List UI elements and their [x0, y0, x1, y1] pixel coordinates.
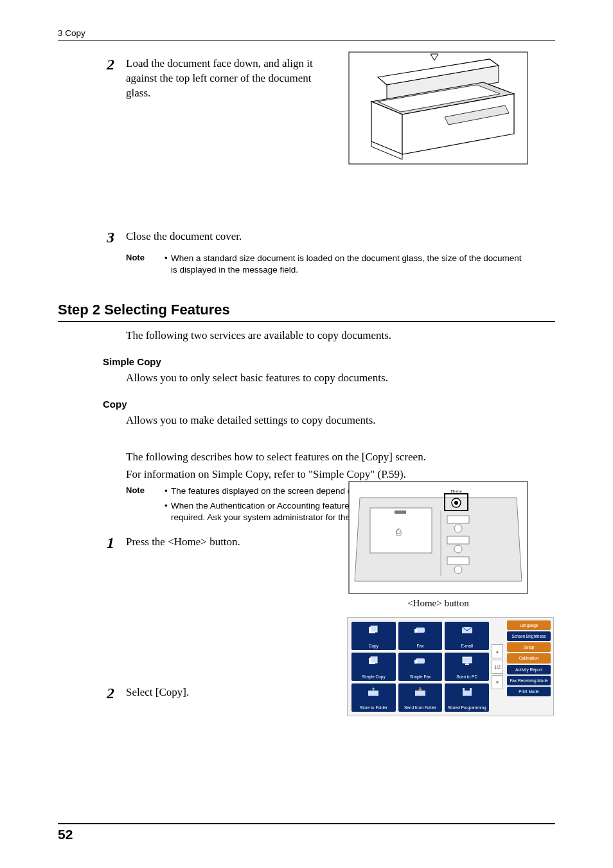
step-text-select-copy: Select [Copy].: [126, 685, 332, 700]
simple-copy-icon: [368, 656, 379, 665]
svg-point-24: [454, 566, 462, 574]
svg-rect-25: [395, 511, 406, 514]
folder-out-icon: [414, 687, 426, 696]
folder-in-icon: [368, 687, 379, 696]
step-number-2a: 2: [107, 57, 123, 72]
side-print-mode[interactable]: Print Mode: [507, 687, 551, 696]
svg-rect-33: [416, 658, 425, 664]
svg-point-15: [454, 501, 458, 505]
tile-stored-programming[interactable]: Stored Programming: [445, 683, 489, 712]
simple-copy-para: Allows you to only select basic features…: [126, 371, 555, 386]
side-fax-receiving-mode[interactable]: Fax Receiving Mode: [507, 676, 551, 685]
tile-send-from-folder[interactable]: Send from Folder: [398, 683, 443, 712]
heading-selecting-features: Step 2 Selecting Features: [58, 302, 555, 318]
svg-text:Home: Home: [450, 489, 461, 494]
email-icon: [461, 626, 473, 635]
note-label-1: Note: [126, 253, 162, 262]
side-activity-report[interactable]: Activity Report: [507, 665, 551, 674]
page-number: 52: [58, 827, 73, 842]
tile-copy[interactable]: Copy: [351, 622, 396, 650]
tile-simple-fax[interactable]: Simple Fax: [398, 653, 443, 681]
side-calibration[interactable]: Calibration: [507, 653, 551, 663]
tile-simple-copy[interactable]: Simple Copy: [351, 653, 396, 681]
tile-fax[interactable]: Fax: [398, 622, 443, 650]
svg-rect-42: [465, 688, 470, 691]
home-screen-illustration: Copy Fax E-mail Simple Copy Simple Fax: [347, 617, 554, 716]
subheading-simple-copy: Simple Copy: [103, 356, 555, 367]
svg-rect-37: [368, 691, 378, 696]
svg-rect-36: [465, 664, 469, 665]
control-panel-illustration: ⎙ Home: [348, 481, 528, 594]
footer-rule: [58, 823, 555, 824]
copy-para: Allows you to make detailed settings to …: [126, 413, 555, 428]
scroll-up-button[interactable]: ▲: [492, 644, 503, 658]
svg-rect-35: [463, 657, 472, 663]
svg-rect-39: [415, 691, 425, 696]
intro-para: The following two services are available…: [126, 329, 555, 343]
side-language[interactable]: Language: [507, 620, 551, 630]
svg-rect-27: [371, 626, 377, 632]
svg-point-20: [454, 525, 462, 532]
side-screen-brightness[interactable]: Screen Brightness: [507, 631, 551, 641]
svg-point-22: [454, 545, 462, 553]
svg-rect-21: [447, 536, 469, 544]
step-text-close: Close the document cover.: [126, 230, 486, 244]
step-number-1: 1: [107, 535, 123, 550]
page-indicator: 1/2: [492, 660, 503, 674]
svg-rect-12: [370, 508, 432, 553]
home-button-caption: <Home> button: [348, 598, 528, 609]
following-para: The following describes how to select fe…: [126, 450, 555, 465]
svg-rect-34: [414, 660, 417, 664]
svg-rect-19: [447, 516, 469, 523]
doc-glass-illustration: [348, 51, 528, 165]
svg-text:⎙: ⎙: [396, 527, 402, 537]
tile-store-to-folder[interactable]: Store to Folder: [351, 683, 396, 712]
fax-icon: [414, 626, 426, 635]
heading-rule: [58, 321, 555, 322]
svg-rect-32: [371, 656, 377, 663]
step-text-load: Load the document face down, and align i…: [126, 57, 332, 101]
svg-rect-23: [447, 557, 469, 565]
header-rule: [58, 40, 555, 41]
scroll-down-button[interactable]: ▼: [492, 675, 503, 689]
copy-icon: [368, 626, 379, 635]
tile-email[interactable]: E-mail: [445, 622, 489, 650]
forinfo-para: For information on Simple Copy, refer to…: [126, 467, 555, 482]
svg-rect-29: [414, 629, 417, 633]
step-number-2b: 2: [107, 685, 123, 701]
step-text-home: Press the <Home> button.: [126, 535, 332, 550]
tile-scan-to-pc[interactable]: Scan to PC: [445, 653, 489, 681]
monitor-icon: [461, 656, 473, 665]
side-setup[interactable]: Setup: [507, 642, 551, 652]
running-header: 3 Copy: [58, 28, 85, 38]
save-icon: [461, 687, 473, 696]
svg-rect-28: [416, 628, 425, 633]
note-bullets-1: •When a standard size document is loaded…: [164, 253, 524, 278]
note-label-2: Note: [126, 485, 162, 495]
step-number-3: 3: [107, 230, 123, 245]
subheading-copy: Copy: [103, 399, 555, 410]
simple-fax-icon: [414, 656, 426, 665]
